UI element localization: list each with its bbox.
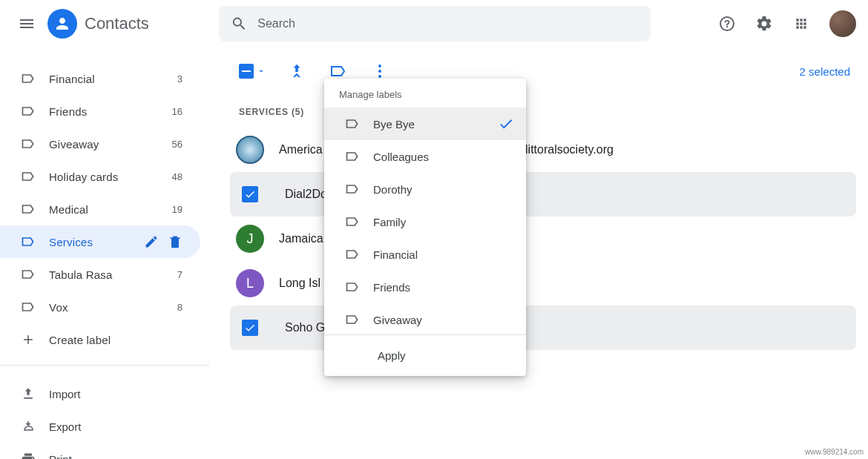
merge-button[interactable] [286, 61, 307, 82]
apps-button[interactable] [786, 9, 816, 39]
delete-icon[interactable] [168, 234, 183, 249]
sidebar-label-count: 16 [172, 106, 183, 117]
hamburger-icon [18, 15, 36, 33]
dropdown-item-giveaway[interactable]: Giveaway [324, 303, 526, 334]
sidebar-label-count: 3 [177, 73, 183, 85]
sidebar-label-text: Holiday cards [49, 171, 172, 183]
more-vert-icon [378, 65, 381, 78]
settings-button[interactable] [749, 9, 779, 39]
export-text: Export [49, 420, 81, 433]
import-text: Import [49, 388, 81, 400]
sidebar-item-giveaway[interactable]: Giveaway 56 [0, 128, 200, 160]
sidebar-item-tabula-rasa[interactable]: Tabula Rasa 7 [0, 258, 200, 291]
dropdown-arrow-icon [257, 67, 266, 76]
help-icon [718, 15, 736, 33]
sidebar-item-friends[interactable]: Friends 16 [0, 95, 200, 128]
dropdown-list: Bye Bye Colleagues Dorothy Family [324, 108, 526, 334]
label-icon [21, 300, 36, 314]
label-icon [21, 202, 36, 217]
dropdown-item-bye-bye[interactable]: Bye Bye [324, 108, 526, 140]
header: Contacts [0, 0, 868, 47]
dropdown-item-label: Friends [373, 281, 514, 294]
import-icon [21, 386, 36, 401]
dropdown-item-label: Family [373, 216, 514, 228]
check-icon [498, 116, 514, 132]
label-icon [345, 182, 360, 197]
dropdown-item-family[interactable]: Family [324, 205, 526, 238]
label-icon [345, 312, 360, 327]
dropdown-item-friends[interactable]: Friends [324, 271, 526, 303]
apply-label: Apply [378, 349, 406, 362]
sidebar: Financial 3 Friends 16 Giveaway 56 Holid… [0, 47, 209, 459]
sidebar-label-text: Financial [49, 73, 177, 85]
gear-icon [755, 15, 773, 33]
sidebar-item-medical[interactable]: Medical 19 [0, 193, 200, 225]
sidebar-label-text: Giveaway [49, 138, 172, 151]
plus-icon [21, 332, 36, 347]
print-text: Print [49, 453, 72, 460]
dropdown-item-label: Bye Bye [373, 118, 484, 131]
export-button[interactable]: Export [0, 410, 209, 443]
main-menu-button[interactable] [9, 6, 45, 42]
selection-count: 2 selected [800, 65, 850, 78]
sidebar-label-text: Friends [49, 105, 172, 118]
sidebar-label-text: Services [49, 236, 144, 248]
header-actions [712, 9, 856, 39]
search-input[interactable] [257, 17, 639, 30]
label-icon [21, 136, 36, 151]
import-button[interactable]: Import [0, 377, 209, 410]
apply-button[interactable]: Apply [324, 334, 526, 376]
help-button[interactable] [712, 9, 742, 39]
sidebar-label-count: 8 [177, 302, 183, 313]
print-button[interactable]: Print [0, 443, 209, 459]
label-icon [21, 267, 36, 282]
sidebar-label-text: Medical [49, 203, 172, 216]
label-icon [345, 214, 360, 229]
dropdown-item-colleagues[interactable]: Colleagues [324, 140, 526, 173]
dropdown-item-label: Colleagues [373, 151, 514, 163]
dropdown-item-label: Giveaway [373, 314, 514, 326]
selection-toggle[interactable] [239, 64, 266, 79]
sidebar-item-services[interactable]: Services [0, 225, 200, 258]
merge-icon [289, 63, 305, 79]
logo-area[interactable]: Contacts [47, 9, 149, 39]
label-icon [345, 280, 360, 294]
sidebar-label-count: 48 [172, 171, 183, 182]
watermark: www.989214.com [805, 448, 864, 456]
sidebar-label-text: Tabula Rasa [49, 268, 177, 281]
label-icon [345, 149, 360, 164]
dropdown-item-dorothy[interactable]: Dorothy [324, 173, 526, 205]
contact-avatar: J [236, 225, 264, 253]
account-avatar[interactable] [829, 10, 856, 37]
sidebar-item-financial[interactable]: Financial 3 [0, 62, 200, 95]
label-icon [21, 169, 36, 184]
contact-avatar: L [236, 269, 264, 297]
export-icon [21, 419, 36, 434]
dropdown-item-label: Financial [373, 248, 514, 261]
print-icon [21, 452, 36, 459]
manage-labels-dropdown: Manage labels Bye Bye Colleagues Dorothy [324, 79, 526, 376]
sidebar-item-holiday-cards[interactable]: Holiday cards 48 [0, 160, 200, 193]
label-icon [345, 247, 360, 262]
sidebar-label-text: Vox [49, 301, 177, 314]
create-label-button[interactable]: Create label [0, 323, 200, 356]
dropdown-item-financial[interactable]: Financial [324, 238, 526, 271]
indeterminate-checkbox-icon [239, 64, 254, 79]
dropdown-header: Manage labels [324, 79, 526, 108]
main-content: 2 selected SERVICES (5) America info@lit… [209, 47, 868, 459]
sidebar-label-count: 7 [177, 269, 183, 280]
sidebar-label-count: 19 [172, 204, 183, 215]
create-label-text: Create label [49, 334, 183, 346]
sidebar-divider [0, 365, 209, 366]
sidebar-label-count: 56 [172, 139, 183, 150]
search-icon [231, 15, 247, 33]
checked-checkbox-icon[interactable] [242, 320, 258, 336]
sidebar-item-vox[interactable]: Vox 8 [0, 291, 200, 323]
label-icon [345, 116, 360, 131]
checked-checkbox-icon[interactable] [242, 186, 258, 202]
edit-icon[interactable] [144, 234, 159, 249]
contact-avatar [236, 136, 264, 164]
search-box[interactable] [219, 6, 651, 42]
apps-grid-icon [794, 16, 809, 31]
label-icon [21, 234, 36, 249]
